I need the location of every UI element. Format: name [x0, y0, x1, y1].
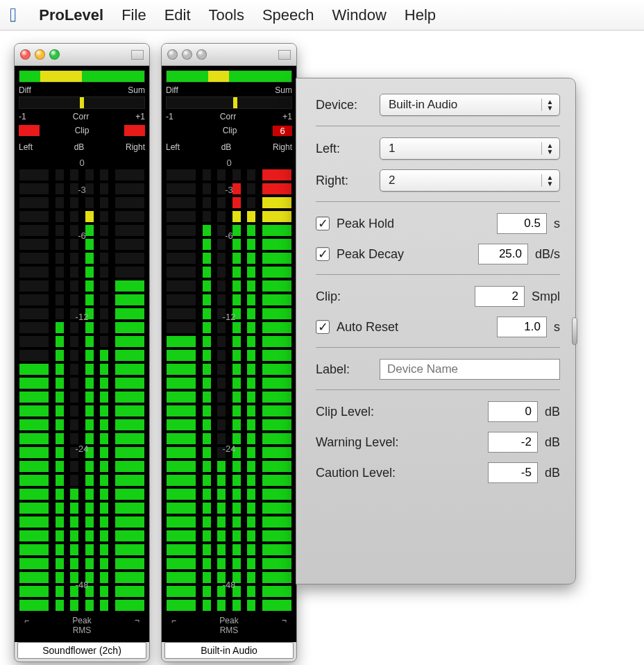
label-field-label: Label: [316, 362, 380, 377]
meter-body: DiffSum-1Corr+1ClipLeftdBRight0-3-6-12-2… [15, 66, 149, 642]
clip-level-label: Clip Level: [316, 405, 420, 419]
device-select[interactable]: Built-in Audio ▲▼ [380, 94, 560, 116]
auto-reset-label: Auto Reset [337, 320, 497, 335]
caution-level-input[interactable] [488, 462, 538, 483]
clip-label: Clip [187, 126, 273, 135]
meter-column [232, 158, 242, 612]
right-channel-value: 2 [389, 174, 395, 187]
clip-count-badge[interactable]: 6 [273, 126, 292, 136]
bracket-right-icon: ¬ [135, 616, 139, 635]
clip-unit: Smpl [532, 289, 560, 304]
zoom-button[interactable] [196, 49, 207, 60]
peak-decay-checkbox[interactable] [316, 247, 330, 261]
corr-min: -1 [19, 112, 26, 121]
menu-window[interactable]: Window [332, 6, 387, 24]
titlebar[interactable] [162, 44, 296, 66]
menu-tools[interactable]: Tools [209, 6, 244, 24]
menu-edit[interactable]: Edit [164, 6, 191, 24]
meter-column [202, 158, 212, 612]
peak-hold-checkbox[interactable] [316, 217, 330, 230]
meter-column [115, 158, 145, 612]
diff-label: Diff [19, 85, 31, 95]
app-name[interactable]: ProLevel [39, 6, 103, 24]
divider [316, 274, 560, 275]
select-arrows-icon: ▲▼ [541, 174, 555, 187]
titlebar[interactable] [15, 44, 149, 66]
proxy-icon [131, 50, 144, 60]
meter-column [55, 158, 65, 612]
bracket-left-icon: ⌐ [171, 616, 176, 635]
auto-reset-checkbox[interactable] [316, 320, 330, 334]
proxy-icon [278, 50, 291, 60]
meter-column [246, 158, 256, 612]
clip-right-indicator [124, 125, 145, 136]
minimize-button[interactable] [35, 49, 45, 60]
warning-level-input[interactable] [488, 432, 538, 453]
close-button[interactable] [20, 49, 31, 60]
warning-level-label: Warning Level: [316, 435, 420, 450]
device-value: Built-in Audio [389, 98, 457, 112]
corr-max: +1 [135, 112, 145, 121]
bracket-left-icon: ⌐ [24, 616, 29, 635]
db-unit: dB [545, 435, 560, 450]
peak-decay-input[interactable] [478, 244, 528, 264]
corr-label: Corr [26, 112, 136, 121]
divider [316, 126, 560, 126]
select-arrows-icon: ▲▼ [541, 142, 555, 155]
device-label: Device: [316, 98, 380, 112]
auto-reset-input[interactable] [497, 317, 547, 337]
peak-decay-unit: dB/s [535, 247, 560, 262]
db-header: dB [180, 142, 273, 152]
divider [316, 389, 560, 390]
meter-column [217, 158, 226, 612]
left-channel-value: 1 [389, 142, 395, 155]
right-header: Right [273, 142, 292, 152]
menu-file[interactable]: File [121, 6, 146, 24]
menu-help[interactable]: Help [405, 6, 436, 24]
caution-level-label: Caution Level: [316, 466, 420, 480]
label-input[interactable] [380, 359, 560, 380]
db-header: dB [33, 142, 126, 152]
meter-column [262, 158, 292, 612]
peak-decay-label: Peak Decay [337, 247, 478, 262]
right-channel-select[interactable]: 2 ▲▼ [380, 169, 560, 192]
clip-label: Clip [40, 126, 124, 135]
clip-label: Clip: [316, 289, 380, 304]
device-name-label[interactable]: Soundflower (2ch) [17, 642, 146, 659]
meter-body: DiffSum-1Corr+1Clip6LeftdBRight0-3-6-12-… [162, 66, 296, 642]
peak-rms-footer: ⌐PeakRMS¬ [19, 613, 145, 639]
meter-window: DiffSum-1Corr+1Clip6LeftdBRight0-3-6-12-… [161, 43, 297, 662]
level-meters: 0-3-6-12-24-48 [166, 158, 292, 612]
meter-column [99, 158, 109, 612]
sum-label: Sum [128, 85, 145, 95]
clip-left-indicator [19, 125, 40, 136]
auto-reset-unit: s [554, 320, 560, 335]
left-channel-select[interactable]: 1 ▲▼ [380, 137, 560, 160]
level-meters: 0-3-6-12-24-48 [19, 158, 145, 612]
device-name-label[interactable]: Built-in Audio [164, 642, 294, 659]
clip-level-input[interactable] [488, 401, 538, 422]
rms-label: RMS [220, 625, 239, 635]
peak-hold-label: Peak Hold [337, 217, 497, 231]
select-arrows-icon: ▲▼ [541, 99, 555, 111]
sum-label: Sum [275, 85, 292, 95]
meter-column [19, 158, 49, 612]
close-button[interactable] [167, 49, 178, 60]
peak-hold-unit: s [554, 217, 560, 231]
peak-hold-input[interactable] [497, 213, 547, 234]
zoom-button[interactable] [49, 49, 60, 60]
corr-label: Corr [173, 112, 283, 121]
clip-input[interactable] [475, 286, 525, 307]
apple-menu-icon[interactable]:  [10, 4, 17, 26]
right-channel-label: Right: [316, 174, 380, 188]
diff-label: Diff [166, 85, 178, 95]
menubar:  ProLevel File Edit Tools Speech Window… [0, 0, 644, 31]
menu-speech[interactable]: Speech [262, 6, 314, 24]
diffsum-bar [166, 70, 292, 83]
minimize-button[interactable] [182, 49, 192, 60]
settings-drawer: Device: Built-in Audio ▲▼ Left: 1 ▲▼ Rig… [296, 78, 576, 584]
correlation-bar [19, 96, 145, 109]
rms-label: RMS [73, 625, 92, 635]
meter-column [85, 158, 94, 612]
drawer-handle[interactable] [572, 317, 577, 345]
